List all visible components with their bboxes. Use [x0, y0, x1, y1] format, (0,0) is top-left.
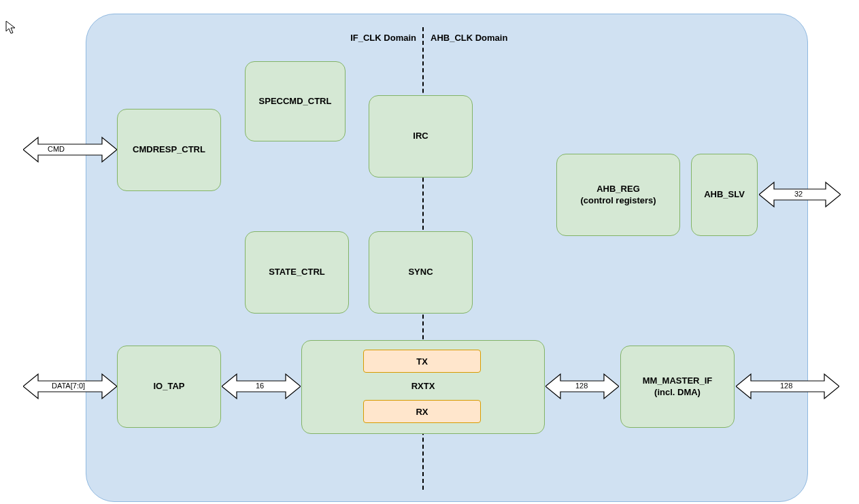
- arrow-ahb-slv-out: 32: [759, 180, 841, 209]
- arrow-io-rxtx-label: 16: [256, 382, 264, 390]
- block-cmdresp-ctrl: CMDRESP_CTRL: [117, 109, 221, 191]
- arrow-cmd-label: CMD: [48, 145, 65, 153]
- arrow-cmd: CMD: [23, 135, 117, 165]
- block-speccmd-ctrl: SPECCMD_CTRL: [245, 61, 346, 141]
- cursor-icon: [5, 20, 16, 35]
- diagram-canvas: IF_CLK Domain AHB_CLK Domain SPECCMD_CTR…: [0, 0, 859, 504]
- arrow-io-rxtx: 16: [222, 371, 301, 401]
- arrow-data-label: DATA[7:0]: [52, 382, 85, 390]
- arrow-mm-out: 128: [736, 371, 839, 401]
- arrow-mm-out-label: 128: [780, 382, 792, 390]
- block-mm-master-if: MM_MASTER_IF (incl. DMA): [620, 346, 735, 428]
- arrow-data: DATA[7:0]: [23, 371, 117, 401]
- arrow-rxtx-mm: 128: [545, 371, 619, 401]
- block-tx: TX: [363, 350, 481, 373]
- block-ahb-slv: AHB_SLV: [691, 154, 758, 236]
- block-rxtx-label: RXTX: [301, 381, 545, 391]
- block-state-ctrl: STATE_CTRL: [245, 231, 349, 314]
- block-rx: RX: [363, 400, 481, 423]
- ahb-clk-domain-label: AHB_CLK Domain: [431, 33, 507, 43]
- block-io-tap: IO_TAP: [117, 346, 221, 428]
- block-ahb-reg: AHB_REG (control registers): [556, 154, 680, 236]
- arrow-ahb-slv-out-label: 32: [794, 190, 803, 198]
- block-sync: SYNC: [369, 231, 473, 314]
- arrow-rxtx-mm-label: 128: [575, 382, 588, 390]
- if-clk-domain-label: IF_CLK Domain: [341, 33, 416, 43]
- block-irc: IRC: [369, 95, 473, 178]
